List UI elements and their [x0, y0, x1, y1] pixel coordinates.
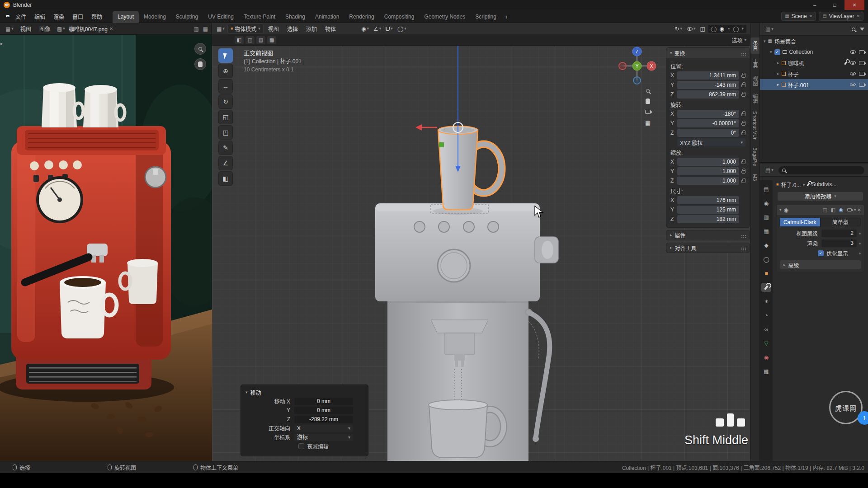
properties-section-header[interactable]: 属性 — [666, 230, 750, 240]
properties-search-input[interactable] — [778, 166, 864, 174]
scale-y-field[interactable]: 1.000 — [677, 167, 739, 175]
panel-grip-icon[interactable] — [741, 53, 742, 54]
rotation-x-field[interactable]: -180° — [677, 110, 739, 118]
rendered-shading-icon[interactable] — [733, 26, 739, 32]
modifier-extras-icon[interactable] — [854, 208, 856, 212]
tab-uv-editing[interactable]: UV Editing — [203, 11, 239, 23]
viewport-menu-select[interactable]: 选择 — [283, 23, 302, 34]
search-icon[interactable] — [852, 28, 855, 31]
outliner-row-cup[interactable]: 杯子 — [760, 68, 868, 79]
collection-checkbox[interactable] — [774, 49, 780, 55]
editor-type-button[interactable] — [764, 167, 775, 174]
tab-physics-icon[interactable] — [761, 311, 771, 320]
n-tab-view[interactable]: 视图 — [750, 73, 760, 89]
tool-setting-icon-4[interactable] — [267, 36, 276, 44]
tab-object-icon[interactable] — [761, 269, 771, 278]
close-button[interactable] — [844, 0, 864, 10]
tab-data-icon[interactable] — [761, 339, 771, 348]
scene-selector[interactable]: Scene — [781, 12, 816, 21]
snap-toggle[interactable] — [384, 26, 395, 32]
overlays-dropdown[interactable] — [685, 26, 698, 32]
menu-help[interactable]: 帮助 — [87, 10, 106, 23]
coffee-machine-model[interactable] — [375, 203, 558, 461]
tab-render-icon[interactable] — [761, 199, 771, 208]
n-tab-shortcut-vur[interactable]: Shortcut VUr — [751, 108, 759, 143]
menu-render[interactable]: 渲染 — [49, 10, 68, 23]
levels-render-field[interactable]: 3 — [821, 239, 857, 247]
tab-particles-icon[interactable] — [761, 297, 771, 306]
navigation-gizmo[interactable]: Z X Y — [617, 46, 657, 86]
rotation-y-field[interactable]: -0.00001° — [677, 119, 739, 127]
lock-icon[interactable] — [741, 113, 745, 116]
lock-icon[interactable] — [741, 161, 745, 164]
menu-file[interactable]: 文件 — [11, 10, 30, 23]
camera-icon[interactable] — [859, 72, 864, 76]
outliner-row-coffee-machine[interactable]: 咖啡机 — [760, 57, 868, 68]
solid-shading-icon[interactable] — [719, 26, 724, 32]
selected-cup-object[interactable] — [438, 126, 502, 210]
xray-toggle[interactable] — [698, 25, 707, 33]
pivot-point-dropdown[interactable] — [372, 25, 383, 33]
measure-tool-icon[interactable] — [218, 156, 233, 170]
n-tab-item[interactable]: 条目 — [750, 38, 760, 54]
image-zoom-button[interactable] — [194, 43, 206, 55]
tab-world-icon[interactable] — [761, 255, 771, 264]
location-x-field[interactable]: 1.3411 mm — [677, 71, 739, 80]
move-y-field[interactable]: 0 mm — [294, 407, 353, 414]
camera-icon[interactable] — [859, 61, 864, 65]
tab-modeling[interactable]: Modeling — [139, 11, 171, 23]
tab-layout[interactable]: Layout — [113, 11, 139, 23]
options-dropdown[interactable]: 选项 — [731, 36, 746, 44]
menu-window[interactable]: 窗口 — [68, 10, 87, 23]
tab-output-icon[interactable] — [761, 213, 771, 222]
scale-tool-icon[interactable] — [218, 110, 233, 124]
tab-scene-icon[interactable] — [761, 241, 771, 250]
show-in-editmode-toggle[interactable] — [830, 206, 836, 213]
blender-menu-button[interactable] — [0, 13, 11, 19]
image-menu-view[interactable]: 视图 — [17, 23, 34, 34]
3d-viewport[interactable]: 物体模式 视图 选择 添加 物体 选项 正交前视图 — [212, 23, 750, 461]
n-tab-tool[interactable]: 工具 — [750, 55, 760, 71]
lock-icon[interactable] — [741, 94, 745, 97]
gizmo-x-label[interactable]: X — [650, 64, 653, 69]
remove-view-layer-icon[interactable] — [856, 14, 860, 19]
tab-texture-icon[interactable] — [761, 367, 771, 376]
camera-icon[interactable] — [859, 83, 864, 87]
panel-grip-icon[interactable] — [741, 248, 742, 249]
rotation-mode-dropdown[interactable]: XYZ 欧拉 — [677, 138, 745, 146]
panel-grip-icon[interactable] — [741, 235, 742, 236]
transform-panel-header[interactable]: 变换 — [666, 48, 750, 58]
image-pan-button[interactable] — [194, 58, 206, 70]
lock-icon[interactable] — [741, 75, 745, 78]
proportional-editing-dropdown[interactable] — [396, 25, 408, 33]
tab-view-layer-icon[interactable] — [761, 227, 771, 236]
dim-x-field[interactable]: 176 mm — [677, 196, 739, 204]
image-name[interactable]: 咖啡机0047.png — [69, 25, 108, 33]
lock-icon[interactable] — [741, 170, 745, 174]
tab-geometry-nodes[interactable]: Geometry Nodes — [419, 11, 470, 23]
camera-icon[interactable] — [859, 50, 864, 54]
editor-type-button[interactable] — [764, 26, 775, 33]
reference-image-canvas[interactable] — [0, 35, 212, 461]
animate-dot-icon[interactable] — [859, 233, 861, 235]
eye-icon[interactable] — [850, 72, 856, 75]
image-menu-image[interactable]: 图像 — [36, 23, 53, 34]
menu-edit[interactable]: 编辑 — [30, 10, 49, 23]
add-modifier-button[interactable]: 添加修改器 — [777, 192, 863, 201]
n-tab-edit[interactable]: 编辑 — [750, 90, 760, 107]
unlink-image-icon[interactable] — [109, 27, 113, 31]
lock-icon[interactable] — [741, 180, 745, 183]
tab-rendering[interactable]: Rendering — [344, 11, 379, 23]
eye-icon[interactable] — [850, 83, 856, 86]
add-cube-tool-icon[interactable] — [218, 171, 233, 186]
outliner-row-cup-001[interactable]: 杯子.001 — [760, 79, 868, 90]
gizmo-z-label[interactable]: Z — [636, 49, 638, 54]
eye-icon[interactable] — [850, 50, 856, 54]
tool-setting-icon-1[interactable] — [235, 36, 244, 44]
operator-panel-header[interactable]: 移动 — [245, 387, 363, 397]
viewport-menu-object[interactable]: 物体 — [321, 23, 340, 34]
pan-icon[interactable] — [646, 99, 650, 104]
tab-modifiers-icon[interactable] — [761, 283, 771, 292]
add-workspace-button[interactable]: + — [501, 11, 512, 23]
falloff-checkbox[interactable] — [298, 443, 304, 449]
